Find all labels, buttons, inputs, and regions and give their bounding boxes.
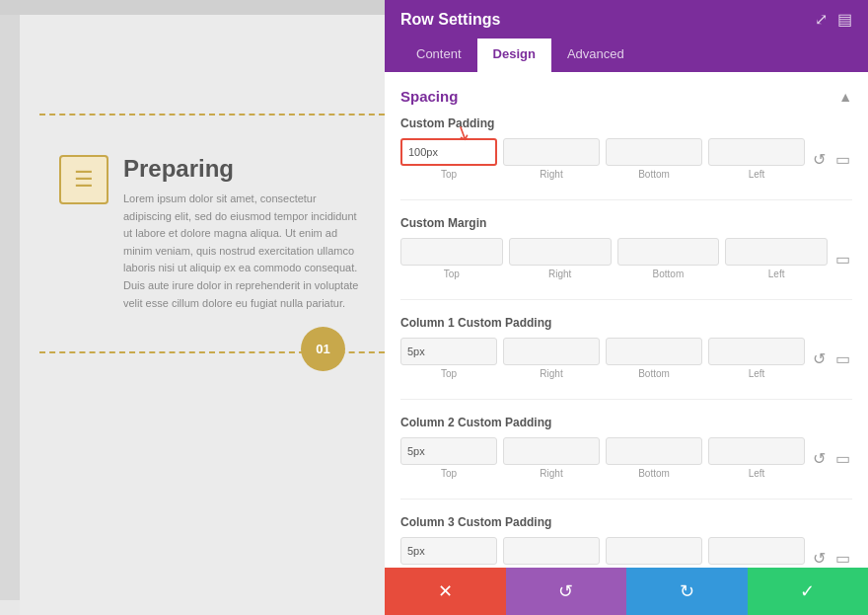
preview-left-bar xyxy=(0,15,20,600)
col3-left-field: Left xyxy=(708,537,805,568)
col2-device-icon[interactable]: ▭ xyxy=(833,449,852,468)
col1-bottom-input[interactable] xyxy=(606,338,702,365)
col1-padding-label: Column 1 Custom Padding xyxy=(400,316,852,330)
col2-left-input[interactable] xyxy=(708,437,805,465)
col2-right-input[interactable] xyxy=(503,437,600,465)
divider-3 xyxy=(400,399,852,400)
reset-button[interactable]: ↺ xyxy=(506,568,627,615)
reset-icon: ↺ xyxy=(558,580,573,602)
margin-left-input[interactable] xyxy=(725,238,828,266)
col1-right-field: Right xyxy=(503,338,600,379)
col3-reset-icon[interactable]: ↺ xyxy=(811,549,828,568)
panel-header-icons: ⤢ ▤ xyxy=(815,10,852,29)
col3-bottom-field: Bottom xyxy=(606,537,702,568)
col3-left-input[interactable] xyxy=(708,537,805,565)
margin-top-input[interactable] xyxy=(400,238,503,266)
preview-card: ☰ Preparing Lorem ipsum dolor sit amet, … xyxy=(59,155,365,312)
col2-reset-icon[interactable]: ↺ xyxy=(811,449,828,468)
col3-padding-group: Column 3 Custom Padding Top Right Bottom… xyxy=(400,515,852,568)
col2-right-label: Right xyxy=(540,468,562,479)
col3-padding-input-row: Top Right Bottom Left ↺ ▭ xyxy=(400,537,852,568)
panel-footer: ✕ ↺ ↻ ✓ xyxy=(385,568,868,615)
col1-left-input[interactable] xyxy=(708,338,805,365)
tab-content[interactable]: Content xyxy=(400,38,477,72)
margin-top-field: Top xyxy=(400,238,503,279)
expand-icon[interactable]: ⤢ xyxy=(815,10,828,29)
col2-left-label: Left xyxy=(749,468,765,479)
col3-padding-label: Column 3 Custom Padding xyxy=(400,515,852,529)
col2-bottom-label: Bottom xyxy=(638,468,670,479)
preview-text: Preparing Lorem ipsum dolor sit amet, co… xyxy=(123,155,365,312)
col2-padding-input-row: Top Right Bottom Left ↺ ▭ xyxy=(400,437,852,479)
custom-padding-group: Custom Padding ↘ Top Right Bottom xyxy=(400,116,852,180)
columns-icon[interactable]: ▤ xyxy=(837,10,852,29)
custom-margin-input-row: Top Right Bottom Left ▭ xyxy=(400,238,852,279)
padding-bottom-input[interactable] xyxy=(606,138,702,166)
padding-bottom-field: Bottom xyxy=(606,138,702,180)
cancel-button[interactable]: ✕ xyxy=(385,568,506,615)
padding-top-input[interactable] xyxy=(400,138,497,166)
col1-reset-icon[interactable]: ↺ xyxy=(811,349,828,368)
preview-icon: ☰ xyxy=(59,155,108,204)
col3-top-field: Top xyxy=(400,537,497,568)
margin-right-input[interactable] xyxy=(509,238,612,266)
preview-content-area: ☰ Preparing Lorem ipsum dolor sit amet, … xyxy=(20,15,385,615)
col2-top-label: Top xyxy=(441,468,457,479)
panel-body: Spacing ▲ Custom Padding ↘ Top Right xyxy=(385,72,868,568)
col1-left-label: Left xyxy=(749,368,765,379)
col1-bottom-field: Bottom xyxy=(606,338,702,379)
collapse-icon[interactable]: ▲ xyxy=(838,89,852,105)
padding-device-icon[interactable]: ▭ xyxy=(833,150,852,169)
margin-left-field: Left xyxy=(725,238,828,279)
preview-body: Lorem ipsum dolor sit amet, consectetur … xyxy=(123,191,365,312)
margin-bottom-input[interactable] xyxy=(617,238,720,266)
col3-device-icon[interactable]: ▭ xyxy=(833,549,852,568)
padding-right-label: Right xyxy=(540,169,562,180)
col3-right-input[interactable] xyxy=(503,537,600,565)
cancel-icon: ✕ xyxy=(438,580,453,602)
preview-badge: 01 xyxy=(301,327,345,371)
col1-padding-input-row: Top Right Bottom Left ↺ ▭ xyxy=(400,338,852,379)
custom-margin-label: Custom Margin xyxy=(400,216,852,230)
custom-padding-inputs-wrapper: ↘ Top Right Bottom xyxy=(400,138,852,180)
col1-device-icon[interactable]: ▭ xyxy=(833,349,852,368)
padding-right-field: Right xyxy=(503,138,600,180)
padding-left-label: Left xyxy=(749,169,765,180)
redo-button[interactable]: ↻ xyxy=(626,568,748,615)
col1-right-input[interactable] xyxy=(503,338,600,365)
col2-bottom-input[interactable] xyxy=(606,437,702,465)
col1-bottom-label: Bottom xyxy=(638,368,670,379)
col2-padding-group: Column 2 Custom Padding Top Right Bottom… xyxy=(400,416,852,479)
col2-left-field: Left xyxy=(708,437,805,479)
panel-header: Row Settings ⤢ ▤ xyxy=(385,0,868,38)
preview-top-bar xyxy=(0,0,385,15)
custom-padding-input-row: Top Right Bottom Left ↺ ▭ xyxy=(400,138,852,180)
margin-bottom-label: Bottom xyxy=(653,269,685,279)
margin-left-label: Left xyxy=(768,269,785,279)
padding-top-field: Top xyxy=(400,138,497,180)
padding-reset-icon[interactable]: ↺ xyxy=(811,150,828,169)
redo-icon: ↻ xyxy=(680,580,694,602)
spacing-section-header: Spacing ▲ xyxy=(400,88,852,105)
margin-device-icon[interactable]: ▭ xyxy=(833,250,852,269)
padding-right-input[interactable] xyxy=(503,138,600,166)
col3-bottom-input[interactable] xyxy=(606,537,702,565)
padding-top-label: Top xyxy=(441,169,457,180)
col2-right-field: Right xyxy=(503,437,600,479)
tab-design[interactable]: Design xyxy=(477,38,551,72)
tab-advanced[interactable]: Advanced xyxy=(551,38,640,72)
col3-top-input[interactable] xyxy=(400,537,497,565)
col2-top-input[interactable] xyxy=(400,437,497,465)
preview-area: ☰ Preparing Lorem ipsum dolor sit amet, … xyxy=(0,0,385,615)
save-button[interactable]: ✓ xyxy=(748,568,869,615)
col1-right-label: Right xyxy=(540,368,562,379)
col1-padding-group: Column 1 Custom Padding Top Right Bottom… xyxy=(400,316,852,379)
panel-tabs: Content Design Advanced xyxy=(385,38,868,72)
padding-left-field: Left xyxy=(708,138,805,180)
margin-bottom-field: Bottom xyxy=(617,238,720,279)
col1-top-label: Top xyxy=(441,368,457,379)
col2-top-field: Top xyxy=(400,437,497,479)
padding-left-input[interactable] xyxy=(708,138,805,166)
col1-top-field: Top xyxy=(400,338,497,379)
col1-top-input[interactable] xyxy=(400,338,497,365)
